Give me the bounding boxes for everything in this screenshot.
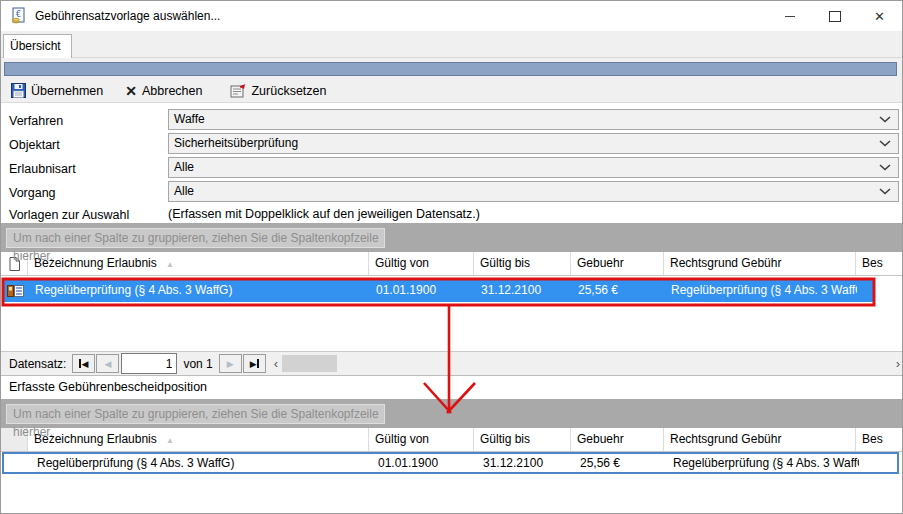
column-header-label: Gebuehr — [577, 432, 624, 446]
verfahren-value: Waffe — [174, 110, 879, 129]
svg-text:€: € — [16, 10, 21, 19]
column-header-label: Rechtsgrund Gebühr — [670, 432, 781, 446]
next-record-button[interactable]: ▶ — [219, 354, 242, 373]
record-navigator: Datensatz: ◀ ◀ von 1 ▶ ▶ ‹ › — [1, 351, 903, 376]
minimize-button[interactable] — [767, 1, 812, 31]
column-header-gueltig-bis[interactable]: Gültig bis — [474, 252, 571, 275]
record-number-input[interactable] — [121, 353, 177, 374]
record-count: von 1 — [183, 357, 212, 371]
column-header-label: Gebuehr — [577, 256, 624, 270]
sort-ascending-icon: ▲ — [166, 260, 174, 269]
objektart-label: Objektart — [9, 137, 60, 153]
tab-label: Übersicht — [10, 39, 61, 53]
erlaubnisart-value: Alle — [174, 158, 879, 177]
column-header-bes[interactable]: Bes — [856, 428, 903, 451]
tab-strip: Übersicht — [1, 31, 902, 58]
selected-template-row[interactable]: Regelüberprüfung (§ 4 Abs. 3 WaffG) 01.0… — [2, 279, 874, 302]
fee-document-icon: € — [10, 7, 28, 25]
cell-rechtsgrund: Regelüberprüfung (§ 4 Abs. 3 WaffG) — [667, 454, 859, 472]
cancel-button[interactable]: ✕ Abbrechen — [120, 80, 207, 102]
captured-grid: Um nach einer Spalte zu gruppieren, zieh… — [1, 399, 903, 514]
scroll-right-arrow[interactable]: › — [896, 357, 900, 370]
grid-header-row: Bezeichnung Erlaubnis ▲ Gültig von Gülti… — [1, 428, 903, 452]
group-by-bar: Um nach einer Spalte zu gruppieren, zieh… — [1, 223, 903, 252]
maximize-button[interactable] — [812, 1, 857, 31]
column-header-label: Gültig bis — [480, 432, 530, 446]
horizontal-scrollbar-thumb[interactable] — [282, 355, 337, 372]
chevron-down-icon — [879, 164, 891, 171]
reset-button[interactable]: Zurücksetzen — [225, 80, 331, 102]
column-header-label: Bes — [862, 256, 883, 270]
verfahren-select[interactable]: Waffe — [168, 109, 899, 130]
group-by-bar: Um nach einer Spalte zu gruppieren, zieh… — [1, 399, 903, 428]
close-icon: ✕ — [874, 10, 885, 23]
record-card-icon — [7, 285, 24, 297]
reset-label: Zurücksetzen — [251, 84, 326, 98]
cell-gueltig-von: 01.01.1900 — [372, 454, 477, 472]
verfahren-label: Verfahren — [9, 113, 63, 129]
column-header-label: Gültig bis — [480, 256, 530, 270]
cell-gueltig-bis: 31.12.2100 — [477, 454, 574, 472]
column-header-bes[interactable]: Bes — [856, 252, 903, 275]
column-header-gebuehr[interactable]: Gebuehr — [571, 428, 664, 451]
column-header-bezeichnung[interactable]: Bezeichnung Erlaubnis ▲ — [28, 252, 369, 275]
previous-record-button[interactable]: ◀ — [96, 354, 119, 373]
cell-bezeichnung: Regelüberprüfung (§ 4 Abs. 3 WaffG) — [29, 279, 370, 302]
column-header-gueltig-von[interactable]: Gültig von — [369, 252, 474, 275]
cancel-label: Abbrechen — [142, 84, 202, 98]
save-icon — [11, 83, 26, 98]
close-button[interactable]: ✕ — [857, 1, 902, 31]
first-record-button[interactable]: ◀ — [72, 354, 95, 373]
sort-ascending-icon: ▲ — [166, 436, 174, 445]
captured-position-row[interactable]: Regelüberprüfung (§ 4 Abs. 3 WaffG) 01.0… — [2, 452, 899, 474]
toolbar: Übernehmen ✕ Abbrechen Zurücksetzen — [1, 79, 902, 103]
record-cell — [4, 454, 31, 472]
cell-gueltig-von: 01.01.1900 — [370, 279, 475, 302]
captured-section-label: Erfasste Gebührenbescheidposition — [9, 380, 207, 394]
dialog-window: € Gebührensatzvorlage auswählen... ✕ Übe… — [0, 0, 903, 514]
column-header-label: Gültig von — [375, 432, 429, 446]
vorlagen-label: Vorlagen zur Auswahl — [9, 207, 129, 223]
tab-uebersicht[interactable]: Übersicht — [3, 34, 72, 58]
erlaubnisart-label: Erlaubnisart — [9, 161, 76, 177]
vorgang-select[interactable]: Alle — [168, 181, 899, 202]
last-record-icon — [257, 359, 259, 368]
reset-form-icon — [230, 83, 246, 98]
vorgang-label: Vorgang — [9, 185, 56, 201]
cell-bezeichnung: Regelüberprüfung (§ 4 Abs. 3 WaffG) — [31, 454, 372, 472]
apply-button[interactable]: Übernehmen — [6, 80, 108, 102]
column-header-label: Bes — [862, 432, 883, 446]
cell-gebuehr: 25,56 € — [574, 454, 667, 472]
column-header-rechtsgrund[interactable]: Rechtsgrund Gebühr — [664, 428, 856, 451]
column-header-label: Rechtsgrund Gebühr — [670, 256, 781, 270]
erlaubnisart-select[interactable]: Alle — [168, 157, 899, 178]
scroll-left-arrow[interactable]: ‹ — [274, 357, 278, 370]
column-header-gueltig-bis[interactable]: Gültig bis — [474, 428, 571, 451]
column-header-rechtsgrund[interactable]: Rechtsgrund Gebühr — [664, 252, 856, 275]
cancel-x-icon: ✕ — [125, 84, 137, 98]
group-by-hint: Um nach einer Spalte zu gruppieren, zieh… — [6, 228, 385, 248]
vorgang-value: Alle — [174, 182, 879, 201]
group-by-hint: Um nach einer Spalte zu gruppieren, zieh… — [6, 404, 385, 424]
header-band — [4, 62, 897, 76]
column-header-bezeichnung[interactable]: Bezeichnung Erlaubnis ▲ — [28, 428, 369, 451]
window-title: Gebührensatzvorlage auswählen... — [35, 9, 220, 23]
navigator-label: Datensatz: — [9, 357, 66, 371]
maximize-icon — [829, 11, 841, 22]
previous-record-icon: ◀ — [104, 359, 111, 369]
last-record-button[interactable]: ▶ — [243, 354, 266, 373]
objektart-select[interactable]: Sicherheitsüberprüfung — [168, 133, 899, 154]
chevron-down-icon — [879, 116, 891, 123]
cell-gueltig-bis: 31.12.2100 — [475, 279, 572, 302]
grid-rows-area: Regelüberprüfung (§ 4 Abs. 3 WaffG) 01.0… — [1, 276, 903, 351]
column-header-gueltig-von[interactable]: Gültig von — [369, 428, 474, 451]
column-header-gebuehr[interactable]: Gebuehr — [571, 252, 664, 275]
title-bar: € Gebührensatzvorlage auswählen... ✕ — [1, 1, 902, 31]
cell-gebuehr: 25,56 € — [572, 279, 665, 302]
first-record-icon: ◀ — [81, 359, 88, 369]
record-cell — [2, 279, 29, 302]
band-area — [1, 58, 902, 79]
last-record-icon: ▶ — [250, 359, 257, 369]
objektart-value: Sicherheitsüberprüfung — [174, 134, 879, 153]
vorlagen-hint: (Erfassen mit Doppelklick auf den jeweil… — [168, 207, 480, 221]
